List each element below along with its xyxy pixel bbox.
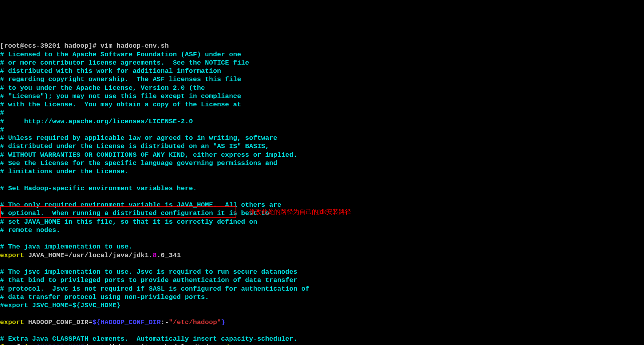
- conf-dir-assign: HADOOP_CONF_DIR=: [24, 319, 92, 326]
- file-line: # distributed under the License is distr…: [0, 143, 269, 150]
- java-home-path-post: .0_341: [157, 252, 181, 259]
- file-line: # limitations under the License.: [0, 168, 128, 175]
- conf-dir-colon: :-: [161, 319, 169, 326]
- hadoop-home-var: $HADOOP_HOME: [36, 343, 84, 345]
- file-line: # Unless required by applicable law or a…: [0, 134, 277, 142]
- file-line: # set JAVA_HOME in this file, so that it…: [0, 218, 257, 226]
- java-version-digit: 8: [153, 252, 157, 259]
- file-line: # Set Hadoop-specific environment variab…: [0, 185, 197, 192]
- file-line: # WITHOUT WARRANTIES OR CONDITIONS OF AN…: [0, 151, 297, 159]
- conf-dir-close-brace: }: [221, 319, 225, 326]
- export-keyword: export: [0, 252, 24, 259]
- java-home-path-pre: JAVA_HOME=/usr/local/java/jdk1.: [24, 252, 152, 259]
- terminal-output[interactable]: [root@ecs-39201 hadoop]# vim hadoop-env.…: [0, 33, 644, 345]
- file-line: # to you under the Apache License, Versi…: [0, 84, 205, 92]
- file-line: # The jsvc implementation to use. Jsvc i…: [0, 268, 297, 276]
- file-line: # that bind to privileged ports to provi…: [0, 276, 297, 284]
- file-line: # regarding copyright ownership. The ASF…: [0, 76, 241, 83]
- for-path-glob: /contrib/capacity-scheduler/*.jar;: [84, 343, 225, 345]
- file-line: # or more contributor license agreements…: [0, 59, 249, 67]
- for-loop-line: for f in $HADOOP_HOME/contrib/capacity-s…: [0, 343, 233, 345]
- file-line: #: [0, 109, 4, 117]
- file-line: # protocol. Jsvc is not required if SASL…: [0, 285, 310, 293]
- file-line: # The java implementation to use.: [0, 243, 133, 250]
- file-line: # distributed with this work for additio…: [0, 67, 221, 75]
- file-line: # "License"); you may not use this file …: [0, 93, 241, 100]
- file-line: #: [0, 126, 4, 134]
- conf-dir-string: "/etc/hadoop": [169, 319, 221, 326]
- export-keyword: export: [0, 319, 24, 326]
- file-line: # data transfer protocol using non-privi…: [0, 293, 209, 301]
- annotation-text: 修改此处的路径为自己的jdk安装路径: [249, 208, 351, 216]
- file-line: # The only required environment variable…: [0, 201, 281, 209]
- in-keyword: in: [24, 343, 36, 345]
- java-home-line: export JAVA_HOME=/usr/local/java/jdk1.8.…: [0, 252, 181, 259]
- for-var-f: f: [12, 343, 24, 345]
- file-line: # Licensed to the Apache Software Founda…: [0, 51, 241, 58]
- do-keyword: do: [225, 343, 233, 345]
- file-line: #export JSVC_HOME=${JSVC_HOME}: [0, 302, 121, 309]
- file-line: # with the License. You may obtain a cop…: [0, 101, 241, 108]
- file-line: # optional. When running a distributed c…: [0, 210, 269, 217]
- for-keyword: for: [0, 343, 12, 345]
- conf-dir-var: ${HADOOP_CONF_DIR: [93, 319, 161, 326]
- shell-prompt: [root@ecs-39201 hadoop]# vim hadoop-env.…: [0, 42, 169, 50]
- file-line: # Extra Java CLASSPATH elements. Automat…: [0, 335, 297, 343]
- file-line: # See the License for the specific langu…: [0, 160, 277, 167]
- hadoop-conf-line: export HADOOP_CONF_DIR=${HADOOP_CONF_DIR…: [0, 319, 225, 326]
- file-line: # remote nodes.: [0, 226, 60, 234]
- file-line: # http://www.apache.org/licenses/LICENSE…: [0, 118, 193, 125]
